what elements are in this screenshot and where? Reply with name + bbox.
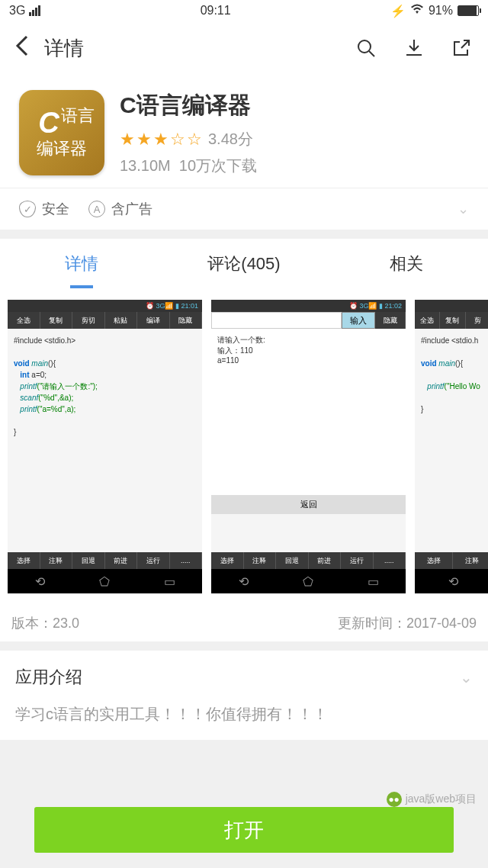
- shield-icon: ✓: [19, 201, 36, 217]
- intro-text: 学习c语言的实用工具！！！你值得拥有！！！: [15, 704, 473, 725]
- app-intro[interactable]: 应用介绍 ⌄ 学习c语言的实用工具！！！你值得拥有！！！: [0, 651, 488, 740]
- ads-badge: A 含广告: [88, 200, 152, 218]
- wifi-icon: [410, 4, 424, 18]
- svg-point-0: [358, 40, 371, 53]
- star-icon: ☆: [187, 130, 202, 149]
- update-time: 更新时间：2017-04-09: [338, 614, 477, 632]
- star-icon: ★: [120, 130, 135, 149]
- version-row: 版本：23.0 更新时间：2017-04-09: [0, 605, 488, 641]
- download-button[interactable]: [403, 37, 425, 59]
- version-label: 版本：23.0: [11, 614, 79, 632]
- wechat-icon: ●●: [387, 792, 402, 807]
- screenshot-1[interactable]: ⏰ 3G📶 ▮ 21:01 全选复制剪切粘贴编译隐藏 #include <std…: [8, 300, 202, 593]
- tab-comments[interactable]: 评论(405): [162, 239, 325, 288]
- status-time: 09:11: [201, 4, 231, 18]
- rating-text: 3.48分: [208, 129, 253, 149]
- star-icon: ★: [136, 130, 152, 149]
- app-details: C语言编译器 ★ ★ ★ ☆ ☆ 3.48分 13.10M 10万次下载: [120, 90, 257, 176]
- watermark: ●● java版web项目: [387, 792, 477, 807]
- signal-icon: [29, 5, 40, 16]
- app-info: C语言 编译器 C语言编译器 ★ ★ ★ ☆ ☆ 3.48分 13.10M 10…: [0, 75, 488, 188]
- app-name: C语言编译器: [120, 90, 257, 121]
- safety-row[interactable]: ✓ 安全 A 含广告 ⌄: [0, 188, 488, 230]
- charging-icon: ⚡: [390, 4, 406, 18]
- open-button[interactable]: 打开: [34, 807, 454, 853]
- tabs: 详情 评论(405) 相关: [0, 239, 488, 288]
- search-button[interactable]: [355, 37, 377, 59]
- tab-related[interactable]: 相关: [326, 239, 488, 288]
- back-button[interactable]: [15, 34, 29, 63]
- chevron-down-icon: ⌄: [458, 201, 469, 217]
- battery-percent: 91%: [429, 4, 453, 18]
- header: 详情: [0, 21, 488, 75]
- stars: ★ ★ ★ ☆ ☆: [120, 130, 202, 149]
- star-icon: ★: [153, 130, 169, 149]
- tab-detail[interactable]: 详情: [0, 239, 162, 288]
- intro-title: 应用介绍: [15, 666, 82, 689]
- rating: ★ ★ ★ ☆ ☆ 3.48分: [120, 129, 257, 149]
- chevron-down-icon: ⌄: [460, 668, 473, 686]
- app-icon: C语言 编译器: [19, 90, 104, 175]
- battery-icon: [458, 5, 479, 16]
- status-bar: 3G 09:11 ⚡ 91%: [0, 0, 488, 21]
- page-title: 详情: [44, 35, 84, 62]
- status-right: ⚡ 91%: [390, 4, 479, 18]
- network-type: 3G: [9, 4, 25, 18]
- status-left: 3G: [9, 4, 40, 18]
- ad-icon: A: [88, 201, 105, 217]
- app-meta: 13.10M 10万次下载: [120, 156, 257, 176]
- star-icon: ☆: [170, 130, 185, 149]
- screenshot-2[interactable]: ⏰ 3G📶 ▮ 21:02 输入 隐藏 请输入一个数: 输入：110 a=110…: [211, 300, 406, 593]
- screenshot-3[interactable]: 全选复制剪 #include <stdio.h void main(){ pri…: [415, 300, 488, 593]
- screenshots-row[interactable]: ⏰ 3G📶 ▮ 21:01 全选复制剪切粘贴编译隐藏 #include <std…: [0, 288, 488, 605]
- svg-line-1: [369, 51, 374, 56]
- safety-badge: ✓ 安全: [19, 200, 69, 218]
- share-button[interactable]: [451, 37, 473, 59]
